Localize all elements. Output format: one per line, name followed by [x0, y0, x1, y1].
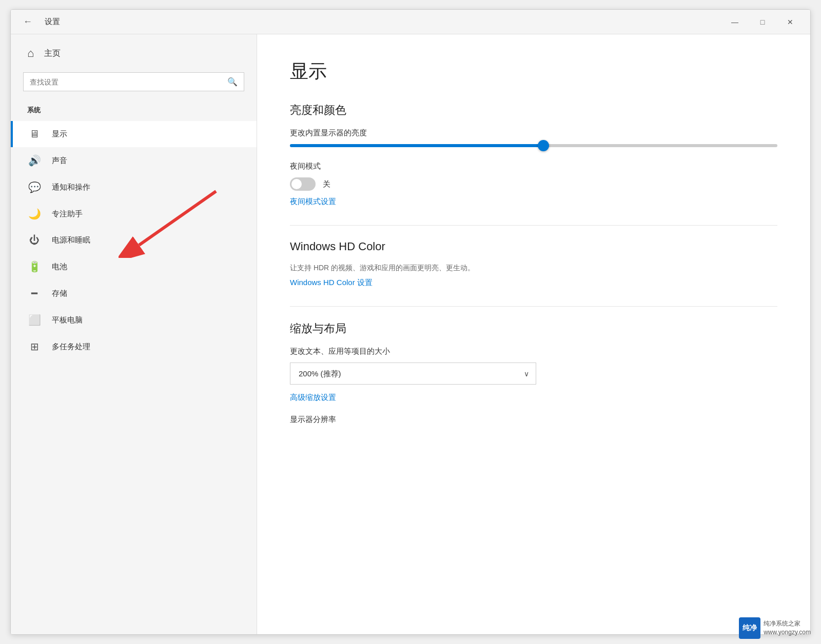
search-input[interactable]: [30, 78, 222, 86]
watermark-site: 纯净系统之家: [764, 619, 811, 628]
home-label: 主页: [44, 48, 61, 59]
sidebar-item-display[interactable]: 🖥 显示: [11, 121, 257, 147]
advanced-scale-link[interactable]: 高级缩放设置: [290, 393, 336, 402]
battery-icon: 🔋: [27, 260, 42, 273]
close-button[interactable]: ✕: [778, 14, 802, 30]
sidebar-item-battery-label: 电池: [52, 262, 67, 272]
scale-section: 缩放与布局 更改文本、应用等项目的大小 100% 125% 150% 175% …: [290, 321, 777, 425]
titlebar: ← 设置 — □ ✕: [11, 10, 810, 34]
notifications-icon: 💬: [27, 181, 42, 193]
sidebar-item-notifications-label: 通知和操作: [52, 183, 90, 192]
page-title: 显示: [290, 59, 777, 84]
scale-section-title: 缩放与布局: [290, 321, 777, 336]
display-icon: 🖥: [27, 128, 42, 140]
brightness-section-title: 亮度和颜色: [290, 103, 777, 118]
tablet-icon: ⬜: [27, 314, 42, 326]
brightness-slider-container[interactable]: [290, 144, 777, 147]
scale-dropdown[interactable]: 100% 125% 150% 175% 200% (推荐) 225%: [290, 363, 536, 385]
back-button[interactable]: ←: [19, 14, 36, 29]
sidebar-item-home[interactable]: ⌂ 主页: [11, 34, 257, 72]
resolution-label: 显示器分辨率: [290, 415, 777, 425]
hdr-settings-link[interactable]: Windows HD Color 设置: [290, 278, 373, 288]
divider-1: [290, 225, 777, 226]
hdr-section: Windows HD Color 让支持 HDR 的视频、游戏和应用的画面更明亮…: [290, 240, 777, 292]
sidebar-search-container: 🔍: [23, 72, 244, 91]
toggle-thumb: [291, 179, 302, 189]
window-title: 设置: [45, 17, 60, 27]
night-mode-settings-link[interactable]: 夜间模式设置: [290, 197, 336, 207]
sidebar-item-battery[interactable]: 🔋 电池: [11, 253, 257, 280]
sidebar: ⌂ 主页 🔍 系统 🖥 显示 🔊 声音 💬 通知和操作: [11, 34, 257, 634]
sidebar-item-sound[interactable]: 🔊 声音: [11, 147, 257, 174]
night-mode-toggle[interactable]: [290, 177, 316, 191]
sidebar-section-title: 系统: [11, 102, 257, 121]
night-mode-row: 关: [290, 177, 777, 191]
sidebar-item-focus[interactable]: 🌙 专注助手: [11, 200, 257, 227]
watermark-logo: 纯净: [739, 617, 760, 639]
watermark-text: 纯净系统之家 www.yongzy.com: [764, 619, 811, 637]
brightness-slider-fill: [290, 144, 543, 147]
brightness-slider-track: [290, 144, 777, 147]
storage-icon: ━: [27, 287, 42, 299]
sidebar-item-multitask-label: 多任务处理: [52, 342, 90, 352]
hdr-description: 让支持 HDR 的视频、游戏和应用的画面更明亮、更生动。: [290, 264, 777, 273]
maximize-button[interactable]: □: [751, 14, 774, 30]
minimize-button[interactable]: —: [723, 14, 747, 30]
settings-window: ← 设置 — □ ✕ ⌂ 主页 🔍 系统 🖥: [10, 9, 811, 635]
power-icon: ⏻: [27, 234, 42, 246]
sidebar-item-multitask[interactable]: ⊞ 多任务处理: [11, 333, 257, 360]
sidebar-item-display-label: 显示: [52, 129, 67, 139]
scale-label: 更改文本、应用等项目的大小: [290, 347, 777, 356]
multitask-icon: ⊞: [27, 340, 42, 353]
main-content: 显示 亮度和颜色 更改内置显示器的亮度 夜间模式 关 夜间模式设置: [257, 34, 810, 634]
sidebar-item-tablet[interactable]: ⬜ 平板电脑: [11, 307, 257, 333]
sidebar-item-sound-label: 声音: [52, 156, 67, 166]
sidebar-item-power-label: 电源和睡眠: [52, 235, 90, 245]
scale-dropdown-container: 100% 125% 150% 175% 200% (推荐) 225% ∨: [290, 363, 536, 385]
divider-2: [290, 306, 777, 307]
sidebar-item-storage-label: 存储: [52, 289, 67, 298]
sidebar-item-tablet-label: 平板电脑: [52, 315, 83, 325]
sidebar-item-power[interactable]: ⏻ 电源和睡眠: [11, 227, 257, 253]
content-area: ⌂ 主页 🔍 系统 🖥 显示 🔊 声音 💬 通知和操作: [11, 34, 810, 634]
brightness-label: 更改内置显示器的亮度: [290, 128, 777, 138]
search-icon: 🔍: [227, 77, 238, 87]
sidebar-item-notifications[interactable]: 💬 通知和操作: [11, 174, 257, 200]
sidebar-item-focus-label: 专注助手: [52, 209, 83, 219]
brightness-slider-thumb[interactable]: [538, 140, 549, 151]
titlebar-left: ← 设置: [19, 14, 60, 29]
watermark-logo-text: 纯净: [742, 623, 757, 633]
night-mode-state: 关: [323, 179, 330, 189]
titlebar-controls: — □ ✕: [723, 14, 802, 30]
focus-icon: 🌙: [27, 208, 42, 220]
sound-icon: 🔊: [27, 154, 42, 167]
home-icon: ⌂: [27, 47, 34, 60]
night-mode-label: 夜间模式: [290, 162, 777, 171]
sidebar-item-storage[interactable]: ━ 存储: [11, 280, 257, 307]
watermark: 纯净 纯净系统之家 www.yongzy.com: [739, 617, 811, 639]
watermark-url: www.yongzy.com: [764, 628, 811, 637]
hdr-section-title: Windows HD Color: [290, 240, 777, 253]
